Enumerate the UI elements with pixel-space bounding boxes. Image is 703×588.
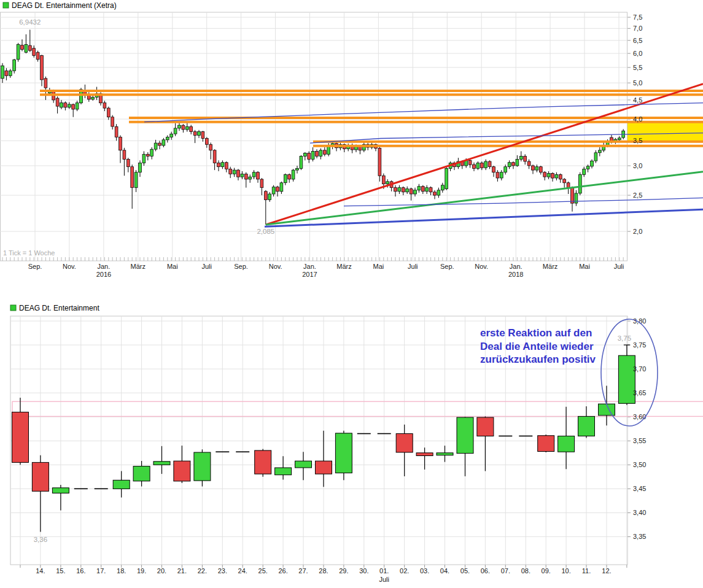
svg-text:15.: 15. [56, 567, 65, 574]
svg-text:24.: 24. [238, 567, 247, 574]
svg-text:19.: 19. [137, 567, 146, 574]
chart-page: 7,57,06,56,05,55,04,54,03,53,02,52,0Sep.… [0, 0, 703, 588]
daily-high-label: 3,75 [618, 335, 631, 342]
svg-text:3,55: 3,55 [633, 437, 646, 444]
svg-text:28.: 28. [319, 567, 328, 574]
stock-charts-canvas: 7,57,06,56,05,55,04,54,03,53,02,52,0Sep.… [0, 0, 703, 588]
svg-text:14.: 14. [36, 567, 45, 574]
svg-text:März: März [543, 263, 557, 270]
svg-text:20.: 20. [157, 567, 166, 574]
svg-text:21.: 21. [177, 567, 187, 574]
svg-text:22.: 22. [198, 567, 207, 574]
svg-text:3,35: 3,35 [633, 533, 646, 540]
svg-text:03.: 03. [420, 567, 429, 574]
svg-text:Nov.: Nov. [269, 263, 282, 270]
svg-text:7,0: 7,0 [633, 25, 642, 32]
resistance-lines [40, 91, 703, 146]
svg-text:Nov.: Nov. [63, 263, 76, 270]
weekly-chart-title: DEAG Dt. Entertainment (Xetra) [12, 1, 117, 10]
svg-text:Mai: Mai [167, 263, 178, 270]
daily-low-label: 3,36 [34, 536, 47, 543]
svg-text:6,0: 6,0 [633, 50, 642, 57]
svg-text:Sep.: Sep. [234, 263, 248, 270]
svg-text:18.: 18. [117, 567, 126, 574]
svg-text:März: März [336, 263, 351, 270]
weekly-low-label: 2,085 [257, 228, 274, 235]
svg-text:05.: 05. [460, 567, 470, 574]
tick-interval-note: 1 Tick = 1 Woche [3, 249, 55, 257]
svg-text:08.: 08. [521, 567, 530, 574]
svg-text:5,0: 5,0 [633, 79, 642, 87]
svg-text:4,0: 4,0 [633, 115, 642, 123]
svg-text:Jan.: Jan. [98, 263, 111, 270]
svg-text:Mai: Mai [373, 263, 384, 270]
svg-text:Mai: Mai [579, 263, 590, 270]
daily-legend-swatch-icon [10, 305, 16, 311]
svg-text:06.: 06. [481, 567, 490, 574]
svg-text:3,70: 3,70 [633, 365, 646, 373]
svg-text:Juli: Juli [379, 576, 389, 583]
svg-text:Juli: Juli [201, 263, 212, 270]
svg-text:29.: 29. [339, 567, 348, 574]
svg-text:6,5: 6,5 [633, 37, 642, 44]
svg-text:5,5: 5,5 [633, 64, 642, 71]
svg-text:2,5: 2,5 [633, 191, 642, 199]
weekly-chart: 7,57,06,56,05,55,04,54,03,53,02,52,0Sep.… [0, 12, 703, 278]
svg-text:3,45: 3,45 [633, 485, 646, 492]
svg-text:27.: 27. [298, 567, 308, 574]
ma-lower [344, 198, 703, 206]
svg-text:01.: 01. [379, 567, 389, 574]
svg-text:Deal die Anteile wieder: Deal die Anteile wieder [480, 341, 594, 352]
svg-text:3,60: 3,60 [633, 413, 646, 420]
svg-text:07.: 07. [501, 567, 510, 574]
svg-text:3,5: 3,5 [633, 137, 642, 144]
svg-text:09.: 09. [542, 567, 551, 574]
weekly-legend-swatch-icon [3, 2, 9, 8]
svg-text:Nov.: Nov. [475, 263, 488, 270]
svg-text:11.: 11. [582, 567, 591, 574]
svg-text:26.: 26. [278, 567, 287, 574]
svg-text:Juli: Juli [408, 263, 418, 270]
svg-text:3,80: 3,80 [633, 317, 646, 325]
svg-text:2017: 2017 [302, 271, 317, 278]
svg-text:3,50: 3,50 [633, 461, 646, 468]
svg-text:04.: 04. [440, 567, 449, 574]
svg-text:12.: 12. [602, 567, 611, 574]
svg-text:30.: 30. [359, 567, 368, 574]
svg-text:erste Reaktion auf den: erste Reaktion auf den [480, 327, 592, 339]
weekly-high-label: 6,9432 [19, 18, 41, 26]
svg-text:Juli: Juli [614, 263, 624, 270]
svg-text:Jan.: Jan. [510, 263, 522, 270]
svg-text:3,65: 3,65 [633, 389, 646, 397]
svg-text:25.: 25. [258, 567, 268, 574]
daily-chart: 3,803,753,703,653,603,553,503,453,403,35… [10, 316, 703, 583]
svg-text:02.: 02. [400, 567, 409, 574]
svg-text:3,75: 3,75 [633, 341, 646, 349]
svg-text:23.: 23. [218, 567, 227, 574]
annotation-text: erste Reaktion auf denDeal die Anteile w… [480, 327, 596, 365]
svg-text:17.: 17. [96, 567, 106, 574]
svg-text:2016: 2016 [96, 271, 111, 278]
svg-text:2018: 2018 [508, 271, 523, 278]
svg-text:7,5: 7,5 [633, 14, 642, 21]
svg-text:3,40: 3,40 [633, 509, 646, 516]
svg-text:3,0: 3,0 [633, 162, 642, 169]
svg-text:2,0: 2,0 [633, 228, 642, 235]
svg-text:4,5: 4,5 [633, 96, 642, 104]
svg-text:Jan.: Jan. [303, 263, 316, 270]
daily-chart-title: DEAG Dt. Entertainment [19, 304, 99, 312]
svg-text:zurückzukaufen positiv: zurückzukaufen positiv [480, 354, 596, 365]
svg-text:Sep.: Sep. [28, 263, 42, 270]
svg-text:10.: 10. [561, 567, 570, 574]
svg-text:Sep.: Sep. [440, 263, 454, 270]
weekly-grid [0, 12, 631, 261]
svg-text:16.: 16. [76, 567, 85, 574]
svg-text:März: März [131, 263, 146, 270]
